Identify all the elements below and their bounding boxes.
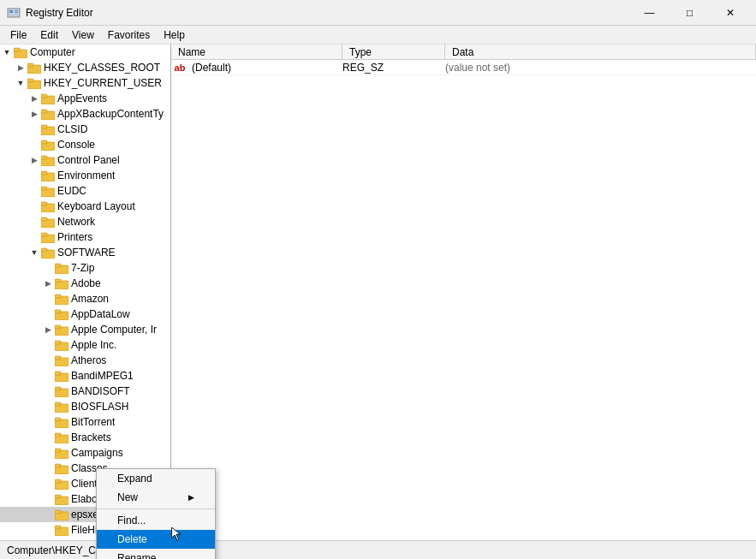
arrow-hkCurrentUser: ▼: [14, 79, 27, 87]
svg-rect-21: [41, 171, 47, 175]
close-button[interactable]: ✕: [711, 0, 749, 26]
folder-icon-adobe: [55, 277, 68, 289]
reg-value-name: (Default): [188, 62, 342, 74]
folder-icon-computer: [14, 46, 27, 58]
tree-item-console[interactable]: ▶ Console: [0, 137, 170, 152]
reg-value-data: (value not set): [445, 62, 756, 74]
menu-help[interactable]: Help: [157, 27, 192, 43]
menu-file[interactable]: File: [3, 27, 33, 43]
svg-rect-15: [41, 125, 47, 128]
tree-item-bandiMPEG1[interactable]: ▶ BandiMPEG1: [0, 368, 170, 384]
context-menu-expand[interactable]: Expand: [97, 469, 215, 488]
tree-item-appEvents[interactable]: ▶ AppEvents: [0, 91, 170, 106]
folder-icon-fileHi: [55, 524, 68, 536]
tree-label-brackets: Brackets: [71, 431, 111, 443]
tree-label-appleComputer: Apple Computer, Ir: [71, 324, 157, 336]
tree-item-biosflash[interactable]: ▶ BIOSFLASH: [0, 399, 170, 414]
tree-label-appDataLow: AppDataLow: [71, 308, 130, 320]
svg-rect-45: [55, 356, 61, 360]
tree-item-amazon[interactable]: ▶ Amazon: [0, 291, 170, 306]
tree-label-printers: Printers: [57, 231, 92, 243]
tree-label-clsid: CLSID: [57, 123, 87, 135]
col-header-type: Type: [342, 45, 445, 59]
context-menu-find[interactable]: Find...: [97, 511, 215, 530]
tree-label-hkClassesRoot: HKEY_CLASSES_ROOT: [44, 62, 160, 74]
tree-label-console: Console: [57, 139, 95, 151]
title-bar: Registry Editor — □ ✕: [0, 0, 756, 26]
svg-rect-27: [41, 217, 47, 221]
svg-rect-17: [41, 140, 47, 144]
folder-icon-clsid: [41, 123, 55, 135]
folder-icon-network: [41, 216, 55, 228]
context-menu-rename[interactable]: Rename: [97, 549, 215, 559]
context-menu-new[interactable]: New ▶: [97, 488, 215, 507]
tree-label-bandisoft: BANDISOFT: [71, 385, 130, 397]
svg-rect-67: [55, 526, 61, 529]
svg-rect-61: [55, 479, 61, 483]
folder-icon-elaborateBytes: [55, 493, 68, 505]
tree-item-zip7[interactable]: ▶ 7-Zip: [0, 260, 170, 276]
tree-item-appleInc[interactable]: ▶ Apple Inc.: [0, 337, 170, 353]
tree-item-keyboardLayout[interactable]: ▶ Keyboard Layout: [0, 199, 170, 214]
tree-item-atheros[interactable]: ▶ Atheros: [0, 353, 170, 368]
tree-scroll[interactable]: ▼ Computer ▶ HKEY_CLASSES_ROOT ▼: [0, 45, 170, 540]
tree-item-controlPanel[interactable]: ▶ Control Panel: [0, 152, 170, 168]
tree-item-environment[interactable]: ▶ Environment: [0, 168, 170, 183]
folder-icon-biosflash: [55, 401, 68, 413]
minimize-button[interactable]: —: [630, 0, 669, 26]
tree-item-hkCurrentUser[interactable]: ▼ HKEY_CURRENT_USER: [0, 75, 170, 91]
folder-icon-software: [41, 247, 55, 259]
folder-icon-bandisoft: [55, 385, 68, 397]
tree-item-adobe[interactable]: ▶ Adobe: [0, 276, 170, 291]
folder-icon-bandiMPEG1: [55, 370, 68, 382]
menu-favorites[interactable]: Favorites: [101, 27, 157, 43]
maximize-button[interactable]: □: [670, 0, 709, 26]
menu-view[interactable]: View: [65, 27, 101, 43]
tree-item-eudc[interactable]: ▶ EUDC: [0, 183, 170, 199]
context-menu-sep1: [97, 508, 215, 509]
arrow-hkClassesRoot: ▶: [14, 63, 27, 72]
tree-item-appXBackup[interactable]: ▶ AppXBackupContentTy: [0, 106, 170, 122]
svg-rect-65: [55, 510, 61, 514]
arrow-appEvents: ▶: [27, 94, 41, 103]
tree-label-adobe: Adobe: [71, 277, 101, 289]
svg-rect-55: [55, 433, 61, 437]
tree-label-bandiMPEG1: BandiMPEG1: [71, 370, 134, 382]
tree-item-bitTorrent[interactable]: ▶ BitTorrent: [0, 414, 170, 430]
svg-rect-23: [41, 187, 47, 190]
folder-icon-bitTorrent: [55, 416, 68, 428]
app-icon: [7, 6, 21, 20]
tree-label-environment: Environment: [57, 169, 115, 181]
tree-item-appleComputer[interactable]: ▶ Apple Computer, Ir: [0, 322, 170, 337]
tree-item-network[interactable]: ▶ Network: [0, 214, 170, 229]
tree-item-software[interactable]: ▼ SOFTWARE: [0, 245, 170, 260]
menu-bar: File Edit View Favorites Help: [0, 26, 756, 45]
tree-label-appEvents: AppEvents: [57, 92, 107, 104]
folder-icon-classes: [55, 462, 68, 474]
tree-label-epsxe: epsxe: [71, 508, 98, 520]
registry-row-default[interactable]: ab (Default) REG_SZ (value not set): [171, 60, 756, 75]
svg-rect-47: [55, 372, 61, 375]
tree-item-hkClassesRoot[interactable]: ▶ HKEY_CLASSES_ROOT: [0, 60, 170, 75]
svg-rect-13: [41, 110, 47, 113]
context-menu-delete[interactable]: Delete: [97, 530, 215, 549]
tree-item-brackets[interactable]: ▶ Brackets: [0, 430, 170, 445]
menu-edit[interactable]: Edit: [33, 27, 65, 43]
window-controls: — □ ✕: [630, 0, 749, 26]
svg-rect-51: [55, 402, 61, 406]
svg-rect-19: [41, 156, 47, 159]
tree-item-computer[interactable]: ▼ Computer: [0, 45, 170, 60]
tree-item-bandisoft[interactable]: ▶ BANDISOFT: [0, 384, 170, 399]
tree-item-campaigns[interactable]: ▶ Campaigns: [0, 445, 170, 461]
tree-item-appDataLow[interactable]: ▶ AppDataLow: [0, 306, 170, 322]
tree-item-printers[interactable]: ▶ Printers: [0, 229, 170, 245]
svg-rect-7: [27, 63, 33, 67]
tree-label-keyboardLayout: Keyboard Layout: [57, 200, 135, 212]
tree-item-clsid[interactable]: ▶ CLSID: [0, 122, 170, 137]
folder-icon-hkClassesRoot: [27, 62, 41, 74]
folder-icon-console: [41, 139, 55, 151]
svg-rect-29: [41, 233, 47, 236]
arrow-clsid: ▶: [27, 125, 41, 134]
reg-value-type: REG_SZ: [342, 62, 445, 74]
tree-label-atheros: Atheros: [71, 354, 106, 366]
